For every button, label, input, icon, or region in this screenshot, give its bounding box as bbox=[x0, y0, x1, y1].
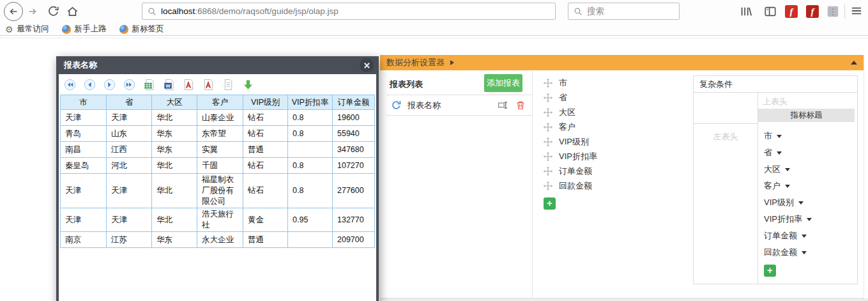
export-pdf-button[interactable] bbox=[183, 79, 195, 91]
bookmark-label: 新手上路 bbox=[75, 24, 107, 35]
table-cell: 19600 bbox=[333, 110, 375, 126]
table-cell: 0.8 bbox=[288, 158, 333, 174]
rename-icon[interactable] bbox=[498, 100, 508, 111]
column-header: 订单金额 bbox=[333, 95, 375, 110]
move-icon bbox=[543, 122, 553, 132]
condition-field[interactable]: 回款金额 bbox=[764, 244, 857, 261]
sidebar-button[interactable] bbox=[764, 5, 777, 18]
add-report-button[interactable]: 添加报表 bbox=[484, 74, 522, 92]
url-bar[interactable]: localhost:6868/demo/raqsoft/guide/jsp/ol… bbox=[142, 3, 556, 20]
top-header-dropzone[interactable]: 上表头 bbox=[758, 95, 857, 109]
table-cell: 华北 bbox=[152, 208, 197, 232]
table-cell: 江苏 bbox=[107, 232, 152, 248]
draggable-field[interactable]: 大区 bbox=[543, 105, 597, 120]
prev-page-button[interactable] bbox=[84, 79, 96, 91]
toolbar-separator bbox=[844, 4, 845, 19]
condition-field[interactable]: VIP折扣率 bbox=[764, 211, 857, 228]
table-cell: 天津 bbox=[107, 110, 152, 126]
export-excel-button[interactable] bbox=[143, 79, 155, 91]
url-host: localhost bbox=[161, 6, 195, 16]
condition-field[interactable]: 市 bbox=[764, 128, 857, 144]
flash-plugin-button[interactable]: f bbox=[785, 5, 798, 18]
library-icon bbox=[740, 5, 752, 18]
menu-button[interactable] bbox=[851, 6, 864, 19]
bookmark-new-tab[interactable]: 新标签页 bbox=[119, 24, 164, 35]
refresh-report-icon[interactable] bbox=[391, 100, 402, 111]
table-row: 秦皇岛河北华北千固钻石0.8107270 bbox=[61, 158, 375, 174]
bookmark-label: 最常访问 bbox=[17, 24, 49, 35]
bookmark-getting-started[interactable]: 新手上路 bbox=[62, 24, 107, 35]
chevron-down-icon bbox=[785, 185, 790, 188]
condition-field[interactable]: VIP级别 bbox=[764, 194, 857, 211]
chevron-down-icon bbox=[802, 235, 807, 238]
table-cell: 实翼 bbox=[197, 142, 243, 158]
left-header-dropzone[interactable]: 左表头 bbox=[694, 124, 758, 284]
move-icon bbox=[543, 181, 553, 191]
table-cell: 钻石 bbox=[243, 126, 288, 142]
table-cell: 河北 bbox=[107, 158, 152, 174]
download-button[interactable] bbox=[242, 79, 254, 91]
column-header: VIP折扣率 bbox=[288, 95, 333, 110]
table-cell: 钻石 bbox=[243, 174, 288, 208]
add-condition-field-button[interactable]: + bbox=[764, 265, 776, 277]
column-header: 省 bbox=[107, 95, 152, 110]
trash-icon[interactable] bbox=[515, 100, 526, 111]
report-list-column: 报表列表 添加报表 报表名称 bbox=[380, 70, 533, 298]
draggable-field[interactable]: 订单金额 bbox=[543, 164, 597, 178]
next-page-button[interactable] bbox=[103, 79, 116, 91]
draggable-field[interactable]: 市 bbox=[543, 75, 597, 90]
table-row: 天津天津华北福星制衣厂股份有限公司钻石0.8277600 bbox=[61, 174, 375, 208]
report-toolbar: W bbox=[59, 74, 376, 95]
draggable-field[interactable]: VIP级别 bbox=[543, 134, 597, 149]
table-cell: 107270 bbox=[333, 158, 375, 174]
draggable-field[interactable]: 省 bbox=[543, 90, 597, 105]
last-page-button[interactable] bbox=[123, 79, 135, 91]
home-button[interactable] bbox=[66, 5, 79, 20]
dialog-titlebar[interactable]: 报表名称 bbox=[59, 56, 376, 74]
table-row: 天津天津华北山泰企业钻石0.819600 bbox=[61, 110, 375, 126]
addon-button[interactable] bbox=[826, 5, 839, 18]
table-cell: 0.95 bbox=[288, 208, 333, 232]
library-button[interactable] bbox=[740, 5, 752, 18]
table-cell: 千固 bbox=[197, 158, 243, 174]
panel-header: 数据分析设置器 bbox=[380, 55, 864, 70]
table-cell: 南昌 bbox=[61, 142, 107, 158]
back-button[interactable] bbox=[4, 2, 23, 21]
condition-field[interactable]: 订单金额 bbox=[764, 228, 857, 244]
table-cell: 132770 bbox=[333, 208, 375, 232]
table-cell: 东帝望 bbox=[197, 126, 243, 142]
add-field-button[interactable]: + bbox=[544, 197, 556, 210]
draggable-field[interactable]: VIP折扣率 bbox=[543, 149, 597, 164]
table-cell: 0.8 bbox=[288, 174, 333, 208]
paper-button[interactable] bbox=[222, 79, 234, 91]
bookmark-most-visited[interactable]: ⚙最常访问 bbox=[5, 24, 49, 35]
condition-field[interactable]: 客户 bbox=[764, 178, 857, 194]
export-word-button[interactable]: W bbox=[163, 79, 175, 91]
table-cell: 永大企业 bbox=[197, 232, 243, 248]
metric-title-cell[interactable]: 指标标题 bbox=[758, 109, 855, 122]
table-cell: 华东 bbox=[152, 126, 197, 142]
browser-search-input[interactable]: 搜索 bbox=[568, 3, 680, 20]
collapse-button[interactable] bbox=[851, 61, 857, 65]
report-list-item[interactable]: 报表名称 bbox=[386, 95, 532, 116]
move-icon bbox=[543, 137, 553, 147]
table-cell: 华北 bbox=[152, 174, 197, 208]
table-cell: 华北 bbox=[152, 158, 197, 174]
first-page-button[interactable] bbox=[64, 79, 76, 91]
flash-plugin-button-2[interactable]: f bbox=[806, 5, 819, 18]
field-source-list: 市 省 大区 客户 VIP级别 VIP折扣率 订单金额 回款金额 + bbox=[543, 75, 597, 210]
field-label: 大区 bbox=[764, 164, 780, 175]
draggable-field[interactable]: 客户 bbox=[543, 120, 597, 134]
close-button[interactable] bbox=[360, 58, 374, 72]
field-label: 大区 bbox=[559, 107, 575, 118]
print-pdf-button[interactable] bbox=[202, 79, 215, 91]
report-list-header: 报表列表 bbox=[390, 79, 423, 90]
condition-field[interactable]: 大区 bbox=[764, 161, 857, 178]
draggable-field[interactable]: 回款金额 bbox=[543, 178, 597, 193]
field-label: 客户 bbox=[559, 121, 575, 133]
move-icon bbox=[543, 166, 553, 176]
refresh-button[interactable] bbox=[47, 5, 59, 20]
condition-field[interactable]: 省 bbox=[764, 144, 857, 161]
forward-button[interactable] bbox=[27, 6, 38, 20]
expand-arrow-icon bbox=[450, 60, 454, 65]
